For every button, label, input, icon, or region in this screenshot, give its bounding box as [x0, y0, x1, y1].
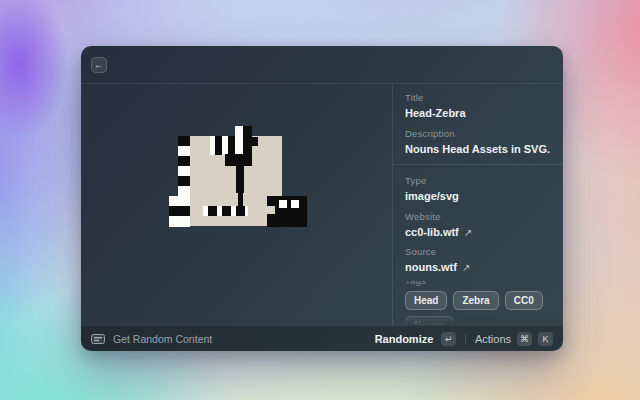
back-button[interactable]: ←: [91, 57, 107, 73]
type-value: image/svg: [405, 189, 551, 203]
title-label: Title: [405, 92, 551, 103]
source-link[interactable]: nouns.wtf ↗: [405, 260, 551, 274]
footer-bar: Get Random Content Randomize ↵ | Actions…: [81, 325, 563, 351]
pixel-art-zebra-head: [169, 125, 307, 228]
window-header: ←: [81, 46, 563, 84]
description-label: Description: [405, 128, 551, 139]
tags-label-clipped: Tags: [405, 281, 551, 287]
source-label: Source: [405, 246, 551, 257]
app-window: ← Title Head-Zebra Description Nouns Hea…: [81, 46, 563, 351]
footer-status: Get Random Content: [91, 333, 367, 345]
footer-actions: Randomize ↵ | Actions ⌘ K: [375, 332, 553, 346]
back-arrow-icon: ←: [94, 59, 104, 70]
title-value: Head-Zebra: [405, 106, 551, 120]
website-value: cc0-lib.wtf: [405, 225, 459, 239]
command-keycap: ⌘: [517, 332, 532, 346]
tag-chip[interactable]: Nouns: [405, 316, 454, 325]
section-divider: [393, 164, 563, 165]
get-random-content-label: Get Random Content: [113, 333, 212, 345]
k-keycap: K: [538, 332, 553, 346]
keyboard-icon: [91, 334, 105, 344]
tag-chip[interactable]: Head: [405, 291, 447, 310]
actions-label: Actions: [475, 333, 511, 345]
artwork-stage: [81, 84, 392, 325]
tag-chips: HeadZebraCC0Nouns: [405, 291, 555, 325]
tag-chip[interactable]: CC0: [505, 291, 543, 310]
external-link-icon: ↗: [462, 262, 470, 273]
enter-keycap: ↵: [441, 332, 456, 346]
website-link[interactable]: cc0-lib.wtf ↗: [405, 225, 551, 239]
external-link-icon: ↗: [464, 227, 472, 238]
website-label: Website: [405, 211, 551, 222]
description-value: Nouns Head Assets in SVG.: [405, 142, 551, 156]
tag-chip[interactable]: Zebra: [453, 291, 498, 310]
footer-separator: |: [464, 333, 467, 344]
window-main: Title Head-Zebra Description Nouns Head …: [81, 84, 563, 325]
randomize-button[interactable]: Randomize ↵: [375, 332, 457, 346]
source-value: nouns.wtf: [405, 260, 457, 274]
actions-button[interactable]: Actions ⌘ K: [475, 332, 553, 346]
type-label: Type: [405, 175, 551, 186]
details-panel: Title Head-Zebra Description Nouns Head …: [392, 84, 563, 325]
randomize-label: Randomize: [375, 333, 434, 345]
